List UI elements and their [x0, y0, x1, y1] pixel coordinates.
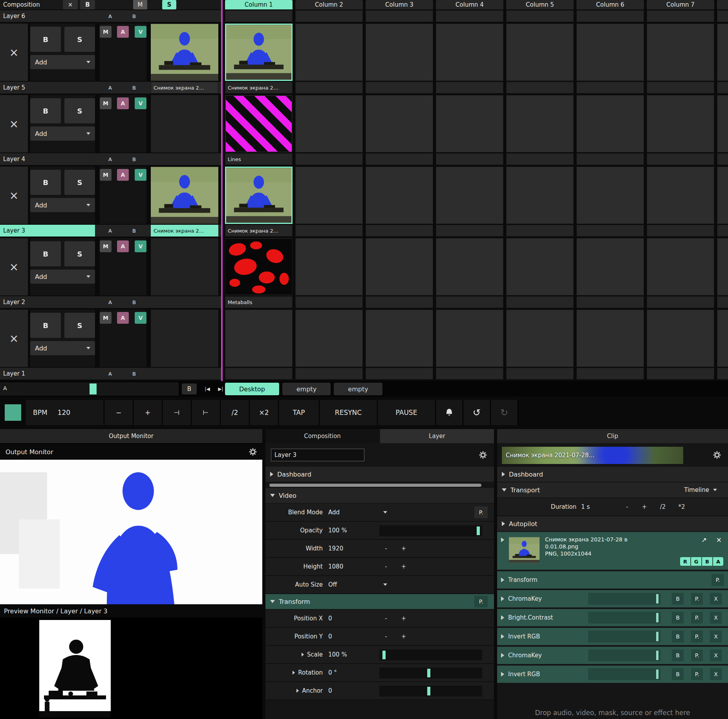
crossfader[interactable]: A: [0, 382, 179, 396]
clip-name-cell[interactable]: [576, 225, 644, 237]
layer-solo-button[interactable]: S: [64, 27, 95, 52]
crossfade-b-toggle[interactable]: B: [122, 368, 146, 380]
empty-clip-cell[interactable]: [576, 95, 644, 152]
clip-name-cell[interactable]: [647, 296, 714, 308]
layer-name[interactable]: Layer 1: [0, 368, 95, 380]
layer-master-button[interactable]: M: [100, 97, 112, 109]
layer-audio-button[interactable]: A: [117, 240, 129, 252]
bpm-double-button[interactable]: ×2: [250, 400, 279, 425]
clip-name-cell[interactable]: [295, 10, 363, 22]
width-value[interactable]: 1920: [328, 545, 369, 552]
scale-slider[interactable]: [379, 649, 482, 660]
beat-nudge-forward-button[interactable]: ⊢: [192, 400, 221, 425]
auto-size-dropdown[interactable]: Off: [328, 581, 387, 588]
clip-cell-metaballs[interactable]: [225, 238, 293, 295]
effect-param-button[interactable]: P.: [691, 631, 703, 642]
layer-active-clip-thumbnail[interactable]: [151, 167, 218, 224]
slider-handle[interactable]: [477, 526, 480, 535]
clip-name-cell[interactable]: [366, 153, 433, 165]
clip-name-cell[interactable]: [436, 153, 503, 165]
gear-icon[interactable]: [479, 451, 487, 459]
clip-name-label[interactable]: Lines: [225, 153, 293, 165]
output-monitor-tab[interactable]: Output Monitor: [0, 429, 262, 443]
clip-name-cell[interactable]: [366, 225, 433, 237]
clip-name-cell[interactable]: [366, 82, 433, 94]
crossfade-a-toggle[interactable]: A: [98, 82, 122, 94]
layer-video-button[interactable]: V: [135, 240, 146, 252]
layer-name[interactable]: Layer 5: [0, 82, 95, 94]
empty-clip-cell[interactable]: [295, 310, 363, 367]
rotation-value[interactable]: 0 °: [328, 669, 369, 676]
column-header-4[interactable]: Column 4: [436, 0, 503, 9]
section-video[interactable]: Video: [265, 488, 494, 503]
empty-clip-cell[interactable]: [576, 167, 644, 224]
channel-b-toggle[interactable]: B: [702, 557, 712, 566]
column-header-6[interactable]: Column 6: [576, 0, 644, 9]
layer-clear-button[interactable]: ×: [0, 310, 28, 367]
clip-name-cell[interactable]: [366, 296, 433, 308]
crossfader-b-button[interactable]: B: [182, 383, 197, 394]
effect-param-button[interactable]: P.: [691, 612, 703, 624]
section-dashboard[interactable]: Dashboard: [497, 467, 728, 482]
empty-clip-cell[interactable]: [295, 167, 363, 224]
source-file-thumbnail[interactable]: [509, 537, 540, 563]
empty-clip-cell[interactable]: [225, 310, 293, 367]
gear-icon[interactable]: [249, 448, 257, 456]
width-increase-button[interactable]: +: [398, 545, 410, 552]
clip-cell-screenshot[interactable]: [225, 24, 293, 81]
scale-value[interactable]: 100 %: [328, 651, 369, 658]
section-dashboard[interactable]: Dashboard: [265, 467, 494, 482]
layer-blend-dropdown[interactable]: Add: [30, 270, 95, 284]
empty-clip-cell[interactable]: [295, 24, 363, 81]
bpm-increase-button[interactable]: +: [134, 400, 163, 425]
duration-increase-button[interactable]: +: [638, 503, 651, 510]
clip-name-cell[interactable]: [366, 10, 433, 22]
slider-handle[interactable]: [427, 669, 430, 677]
crossfade-b-toggle[interactable]: B: [122, 296, 146, 308]
effect-param-button[interactable]: P.: [691, 649, 703, 661]
duration-value[interactable]: 1 s: [581, 503, 609, 510]
empty-clip-cell[interactable]: [366, 24, 433, 81]
column-header-3[interactable]: Column 3: [366, 0, 433, 9]
layer-video-button[interactable]: V: [135, 169, 146, 181]
composition-master-button[interactable]: M: [133, 0, 147, 9]
layer-master-button[interactable]: M: [100, 240, 112, 252]
pause-button[interactable]: PAUSE: [378, 400, 436, 425]
column-header-7[interactable]: Column 7: [647, 0, 714, 9]
clip-name-cell[interactable]: [647, 225, 714, 237]
position-y-value[interactable]: 0: [328, 633, 369, 640]
param-animation-button[interactable]: P.: [474, 506, 488, 518]
undo-button[interactable]: ↺: [463, 400, 491, 425]
beat-nudge-back-button[interactable]: ⊣: [163, 400, 192, 425]
layer-audio-button[interactable]: A: [117, 312, 129, 324]
empty-clip-cell[interactable]: [506, 167, 574, 224]
opacity-slider[interactable]: [379, 525, 482, 536]
layer-solo-button[interactable]: S: [64, 98, 95, 123]
empty-clip-cell[interactable]: [436, 310, 503, 367]
slider-handle[interactable]: [656, 669, 658, 679]
clip-cell-lines[interactable]: [225, 95, 293, 152]
layer-name[interactable]: Layer 6: [0, 10, 95, 22]
slider-handle[interactable]: [656, 613, 658, 622]
clip-name-cell[interactable]: [295, 296, 363, 308]
crossfade-a-toggle[interactable]: A: [98, 10, 122, 22]
slider-handle[interactable]: [656, 651, 658, 660]
effect-bypass-button[interactable]: B: [672, 649, 684, 661]
effect-mix-slider[interactable]: [588, 631, 660, 642]
empty-clip-cell[interactable]: [506, 310, 574, 367]
layer-blend-dropdown[interactable]: Add: [30, 127, 95, 141]
clip-cell-screenshot[interactable]: [225, 167, 293, 224]
chevron-right-icon[interactable]: [293, 671, 295, 675]
effect-mix-slider[interactable]: [588, 649, 660, 661]
clip-name-cell[interactable]: [436, 296, 503, 308]
empty-clip-cell[interactable]: [366, 238, 433, 295]
empty-clip-cell[interactable]: [717, 238, 728, 295]
clip-name-cell[interactable]: [295, 153, 363, 165]
chevron-right-icon[interactable]: [501, 596, 504, 601]
clip-name-cell[interactable]: [295, 368, 363, 380]
clip-name-cell[interactable]: [717, 368, 728, 380]
layer-video-button[interactable]: V: [135, 26, 146, 38]
empty-clip-cell[interactable]: [506, 95, 574, 152]
blend-mode-dropdown[interactable]: Add: [328, 509, 387, 516]
rotation-slider[interactable]: [379, 668, 482, 679]
